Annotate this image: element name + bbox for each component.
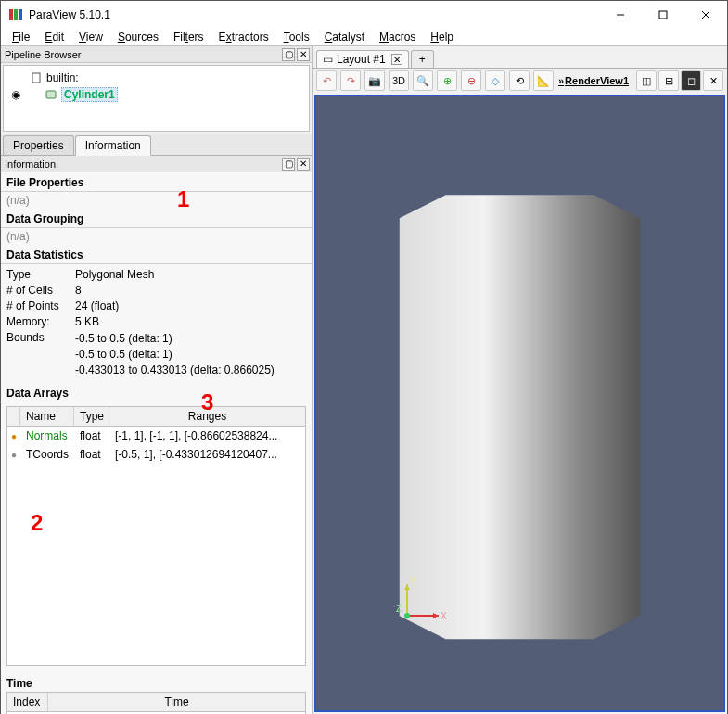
left-tabs: Properties Information [1, 134, 312, 156]
stat-points-value: 24 (float) [75, 300, 306, 312]
menu-extractors[interactable]: Extractors [211, 29, 276, 45]
time-table[interactable]: Index Time [6, 692, 306, 715]
layout-tabs: ▭ Layout #1 ✕ + [313, 46, 727, 69]
stat-memory-label: Memory: [6, 315, 75, 328]
data-arrays-table[interactable]: Name Type Ranges ● Normals float [-1, 1]… [6, 406, 306, 665]
forward-button[interactable]: ↷ [340, 70, 361, 91]
zoom-to-data-button[interactable]: 🔍 [413, 70, 433, 91]
visibility-eye-icon[interactable]: ◉ [9, 88, 22, 101]
close-view-button[interactable]: ✕ [703, 70, 723, 91]
data-statistics-header: Data Statistics [1, 245, 312, 264]
svg-marker-9 [400, 195, 640, 639]
stat-bounds-value: -0.5 to 0.5 (delta: 1) -0.5 to 0.5 (delt… [75, 331, 306, 377]
pipeline-item-label: Cylinder1 [61, 87, 118, 102]
orientation-axes-icon: X Y Z [392, 575, 448, 631]
data-grouping-header: Data Grouping [1, 209, 312, 228]
menu-edit[interactable]: Edit [37, 29, 71, 45]
select-cells-button[interactable]: ⊖ [461, 70, 481, 91]
arrays-col-name[interactable]: Name [20, 407, 74, 426]
svg-text:Z: Z [396, 604, 402, 614]
source-icon [45, 88, 57, 101]
array-row-normals[interactable]: ● Normals float [-1, 1], [-1, 1], [-0.86… [7, 427, 305, 445]
point-data-icon: ● [7, 450, 20, 460]
svg-text:X: X [441, 611, 447, 621]
svg-text:Y: Y [410, 576, 416, 586]
pipeline-close-button[interactable]: ✕ [297, 48, 310, 61]
renderview-label[interactable]: RenderView1 [558, 75, 632, 86]
pipeline-float-button[interactable]: ▢ [282, 48, 295, 61]
deselect-button[interactable]: ◇ [485, 70, 505, 91]
server-icon [30, 71, 43, 84]
maximize-button[interactable] [642, 1, 684, 29]
tab-information[interactable]: Information [75, 135, 151, 156]
camera-button[interactable]: 📷 [364, 70, 385, 91]
layout-tab-1[interactable]: ▭ Layout #1 ✕ [316, 50, 409, 68]
stat-type-label: Type [6, 268, 75, 281]
stat-memory-value: 5 KB [75, 315, 306, 328]
renderview-toolbar: ↶ ↷ 📷 3D 🔍 ⊕ ⊖ ◇ ⟲ 📐 RenderView1 ◫ ⊟ ◻ ✕ [313, 69, 727, 93]
information-dock-title: Information ▢ ✕ [1, 156, 312, 172]
cylinder-geometry [316, 96, 723, 710]
svg-rect-1 [14, 9, 18, 20]
svg-marker-11 [433, 613, 439, 618]
window-titlebar: ParaView 5.10.1 [1, 1, 727, 29]
menu-sources[interactable]: Sources [110, 29, 166, 45]
menu-filters[interactable]: Filters [166, 29, 211, 45]
layout-icon: ▭ [323, 53, 333, 66]
layout-tab-close-icon[interactable]: ✕ [391, 54, 402, 65]
stat-points-label: # of Points [6, 300, 75, 312]
menubar: File Edit View Sources Filters Extractor… [1, 29, 727, 45]
data-statistics-grid: Type Polygonal Mesh # of Cells 8 # of Po… [1, 264, 312, 383]
time-col-index[interactable]: Index [7, 693, 48, 711]
svg-rect-8 [46, 91, 56, 98]
pipeline-tree[interactable]: builtin: ◉ Cylinder1 [3, 65, 310, 132]
menu-file[interactable]: File [5, 29, 37, 45]
array-row-tcoords[interactable]: ● TCoords float [-0.5, 1], [-0.433012694… [7, 445, 305, 464]
adjust-camera-button[interactable]: ⟲ [509, 70, 530, 91]
info-close-button[interactable]: ✕ [297, 158, 310, 171]
point-data-icon: ● [7, 431, 20, 441]
render-view[interactable]: X Y Z [314, 95, 725, 712]
tab-properties[interactable]: Properties [3, 135, 74, 155]
menu-catalyst[interactable]: Catalyst [317, 29, 372, 45]
split-vertical-button[interactable]: ⊟ [658, 70, 679, 91]
file-properties-value: (n/a) [1, 192, 312, 209]
info-float-button[interactable]: ▢ [282, 158, 295, 171]
file-properties-header: File Properties [1, 172, 312, 192]
app-logo-icon [8, 7, 23, 22]
time-header: Time [6, 673, 306, 692]
menu-view[interactable]: View [71, 29, 110, 45]
pipeline-browser-dock-title: Pipeline Browser ▢ ✕ [1, 46, 312, 63]
stat-type-value: Polygonal Mesh [75, 268, 306, 281]
pipeline-root[interactable]: builtin: [7, 70, 305, 86]
svg-point-16 [404, 613, 410, 618]
stat-cells-label: # of Cells [6, 284, 75, 297]
window-title: ParaView 5.10.1 [29, 8, 599, 21]
stat-bounds-label: Bounds [6, 331, 75, 377]
arrays-col-type[interactable]: Type [74, 407, 109, 426]
back-button[interactable]: ↶ [316, 70, 337, 91]
data-arrays-header: Data Arrays [1, 383, 312, 402]
stat-cells-value: 8 [75, 284, 306, 297]
pipeline-browser-label: Pipeline Browser [5, 49, 82, 60]
close-button[interactable] [684, 1, 727, 29]
split-horizontal-button[interactable]: ◫ [636, 70, 657, 91]
minimize-button[interactable] [599, 1, 642, 29]
data-grouping-value: (n/a) [1, 228, 312, 245]
svg-rect-4 [659, 11, 667, 19]
pipeline-item-cylinder1[interactable]: ◉ Cylinder1 [7, 86, 305, 103]
menu-macros[interactable]: Macros [372, 29, 423, 45]
menu-help[interactable]: Help [423, 29, 461, 45]
svg-rect-7 [32, 73, 40, 83]
menu-tools[interactable]: Tools [276, 29, 317, 45]
mode-3d-button[interactable]: 3D [389, 70, 409, 91]
time-col-time[interactable]: Time [48, 693, 305, 711]
layout-add-button[interactable]: + [411, 50, 434, 68]
layout-tab-label: Layout #1 [337, 53, 386, 66]
arrays-col-ranges[interactable]: Ranges [109, 407, 305, 426]
select-points-button[interactable]: ⊕ [437, 70, 457, 91]
ruler-button[interactable]: 📐 [533, 70, 554, 91]
pipeline-root-label: builtin: [46, 71, 79, 84]
maximize-view-button[interactable]: ◻ [681, 70, 701, 91]
svg-rect-0 [9, 9, 13, 20]
